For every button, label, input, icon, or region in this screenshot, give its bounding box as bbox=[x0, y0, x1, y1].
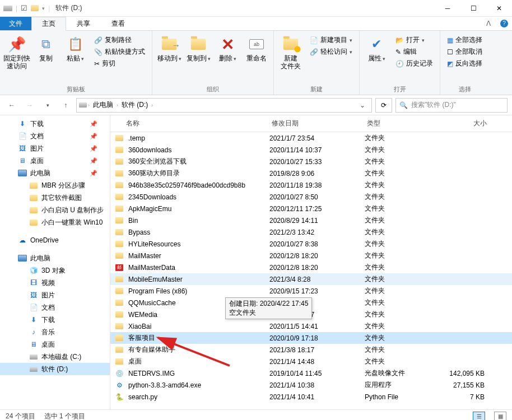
file-rows[interactable]: .temp 2021/1/7 23:54 文件夹 360downloads 20… bbox=[110, 132, 512, 409]
sidebar-item[interactable]: 📄文档 bbox=[0, 301, 110, 314]
table-row[interactable]: .temp 2021/1/7 23:54 文件夹 bbox=[110, 132, 512, 144]
column-date[interactable]: 修改日期 bbox=[267, 118, 362, 129]
tab-share[interactable]: 共享 bbox=[66, 17, 101, 30]
cell-date: 2019/10/14 11:45 bbox=[265, 370, 360, 377]
table-row[interactable]: 360安全浏览器下载 2020/10/27 15:33 文件夹 bbox=[110, 156, 512, 167]
crumb-root[interactable]: 此电脑 bbox=[91, 99, 115, 112]
copy-to-button[interactable]: 复制到 bbox=[185, 33, 212, 62]
select-all-button[interactable]: ▦ 全部选择 bbox=[444, 34, 486, 46]
table-row[interactable]: ⚙ python-3.8.3-amd64.exe 2021/1/4 10:38 … bbox=[110, 379, 512, 391]
new-item-button[interactable]: 📄 新建项目▾ bbox=[306, 34, 356, 46]
sidebar-item[interactable]: ♪音乐 bbox=[0, 326, 110, 338]
close-button[interactable]: ✕ bbox=[486, 0, 512, 16]
column-name[interactable]: 名称 bbox=[122, 118, 267, 129]
table-row[interactable]: Bin 2020/8/29 14:11 文件夹 bbox=[110, 214, 512, 226]
sidebar-item[interactable]: 软件 (D:) bbox=[0, 363, 110, 375]
paste-shortcut-button[interactable]: 📎 粘贴快捷方式 bbox=[91, 46, 148, 58]
file-icon: 邮 bbox=[115, 263, 124, 272]
table-row[interactable]: ApkMagicEmu 2020/12/11 17:25 文件夹 bbox=[110, 203, 512, 214]
table-row[interactable]: 有专自媒体助手 2021/3/8 18:17 文件夹 bbox=[110, 344, 512, 356]
properties-button[interactable]: ✔ 属性 bbox=[363, 33, 390, 62]
sidebar-item[interactable]: ☁OneDrive bbox=[0, 234, 110, 246]
minimize-button[interactable]: ─ bbox=[435, 0, 460, 16]
easy-access-button[interactable]: 🔗 轻松访问▾ bbox=[306, 46, 356, 58]
cell-type: 文件夹 bbox=[360, 251, 422, 260]
table-row[interactable]: 客服项目 2020/10/9 17:18 文件夹 bbox=[110, 332, 512, 344]
up-button[interactable]: ↑ bbox=[58, 98, 73, 113]
forward-button[interactable]: → bbox=[22, 98, 37, 113]
search-input[interactable]: 🔍 搜索"软件 (D:)" bbox=[395, 98, 508, 113]
move-to-button[interactable]: → 移动到 bbox=[156, 33, 183, 62]
cell-date: 2020/11/14 10:37 bbox=[265, 146, 360, 154]
sidebar-item[interactable]: 📄文档📌 bbox=[0, 130, 110, 142]
cell-name: MailMaster bbox=[124, 252, 265, 260]
sidebar-item[interactable]: 🧊3D 对象 bbox=[0, 264, 110, 277]
back-button[interactable]: ← bbox=[4, 98, 19, 113]
crumb-leaf[interactable]: 软件 (D:) bbox=[119, 99, 150, 112]
pin-to-quick-access-button[interactable]: 📌 固定到快 速访问 bbox=[3, 33, 30, 71]
column-size[interactable]: 大小 bbox=[424, 118, 491, 129]
table-row[interactable]: 360驱动大师目录 2019/8/28 9:06 文件夹 bbox=[110, 167, 512, 179]
breadcrumb[interactable]: › 此电脑 › 软件 (D:) › ⌄ bbox=[76, 98, 372, 113]
details-view-button[interactable]: ☰ bbox=[473, 412, 485, 421]
collapse-ribbon-button[interactable]: ᐱ bbox=[481, 17, 496, 30]
select-none-button[interactable]: ☐ 全部取消 bbox=[444, 46, 486, 58]
table-row[interactable]: MailMaster 2020/12/8 18:20 文件夹 bbox=[110, 250, 512, 262]
cell-size: 27,155 KB bbox=[422, 381, 489, 389]
sidebar-item[interactable]: MBR 分区步骤 bbox=[0, 179, 110, 192]
rename-button[interactable]: ab 重命名 bbox=[243, 33, 270, 62]
maximize-button[interactable]: ☐ bbox=[460, 0, 486, 16]
file-menu[interactable]: 文件 bbox=[0, 17, 31, 30]
tab-view[interactable]: 查看 bbox=[101, 17, 136, 30]
cell-date: 2020/12/8 18:20 bbox=[265, 252, 360, 260]
table-row[interactable]: MobileEmuMaster 2021/3/4 8:28 文件夹 bbox=[110, 273, 512, 285]
table-row[interactable]: 💿 NETDRVS.IMG 2019/10/14 11:45 光盘映像文件 14… bbox=[110, 367, 512, 379]
address-bar: ← → ▾ ↑ › 此电脑 › 软件 (D:) › ⌄ ⟳ 🔍 搜索"软件 (D… bbox=[0, 95, 512, 115]
history-button[interactable]: 🕘 历史记录 bbox=[392, 58, 436, 69]
sidebar-label: 小白一键重装 Win10 bbox=[41, 218, 103, 227]
sidebar-item[interactable]: 🖥桌面 bbox=[0, 338, 110, 351]
table-row[interactable]: HYLiteResources 2020/10/27 8:38 文件夹 bbox=[110, 238, 512, 250]
sidebar[interactable]: ⬇下载📌📄文档📌🖼图片📌🖥桌面📌此电脑📌MBR 分区步骤其它软件截图小白启动 U… bbox=[0, 115, 110, 409]
qat-dropdown[interactable]: ▾ bbox=[42, 6, 45, 11]
table-row[interactable]: 2345Downloads 2020/10/27 8:50 文件夹 bbox=[110, 191, 512, 203]
sidebar-item[interactable]: 🖼图片📌 bbox=[0, 142, 110, 155]
tab-home[interactable]: 主页 bbox=[31, 17, 66, 31]
cut-button[interactable]: ✂ 剪切 bbox=[91, 58, 148, 69]
copy-path-button[interactable]: 🔗 复制路径 bbox=[91, 34, 148, 46]
refresh-button[interactable]: ⟳ bbox=[375, 98, 392, 113]
edit-button[interactable]: ✎ 编辑 bbox=[392, 46, 436, 58]
paste-button[interactable]: 📋 粘贴 bbox=[62, 33, 89, 62]
column-type[interactable]: 类型 bbox=[362, 118, 424, 129]
recent-button[interactable]: ▾ bbox=[40, 98, 55, 113]
sidebar-item[interactable]: 🖥桌面📌 bbox=[0, 155, 110, 167]
delete-button[interactable]: ✕ 删除 bbox=[214, 33, 241, 62]
sidebar-item[interactable]: 此电脑 bbox=[0, 252, 110, 264]
sidebar-item[interactable]: 此电脑📌 bbox=[0, 167, 110, 179]
table-row[interactable]: 🐍 search.py 2021/1/4 10:41 Python File 7… bbox=[110, 391, 512, 403]
file-icon bbox=[115, 298, 124, 307]
new-folder-button[interactable]: 新建 文件夹 bbox=[277, 33, 304, 71]
table-row[interactable]: 946b38e35c0259746f9bade00dcd9b8b 2020/11… bbox=[110, 179, 512, 191]
table-row[interactable]: Program Files (x86) 2020/9/15 17:23 文件夹 bbox=[110, 285, 512, 297]
table-row[interactable]: 360downloads 2020/11/14 10:37 文件夹 bbox=[110, 144, 512, 156]
table-row[interactable]: 桌面 2021/1/4 14:48 文件夹 bbox=[110, 356, 512, 367]
copy-button[interactable]: ⧉ 复制 bbox=[32, 33, 59, 62]
table-row[interactable]: Bypass 2021/2/3 13:42 文件夹 bbox=[110, 226, 512, 238]
sidebar-item[interactable]: ⬇下载 bbox=[0, 314, 110, 326]
sidebar-item[interactable]: 本地磁盘 (C:) bbox=[0, 351, 110, 363]
checkbox-icon[interactable]: ☑ bbox=[21, 4, 27, 12]
table-row[interactable]: XiaoBai 2020/11/5 14:41 文件夹 bbox=[110, 320, 512, 332]
address-dropdown[interactable]: ⌄ bbox=[356, 99, 369, 112]
thumbnails-view-button[interactable]: ▦ bbox=[494, 412, 506, 421]
sidebar-item[interactable]: 🎞视频 bbox=[0, 277, 110, 289]
sidebar-item[interactable]: 其它软件截图 bbox=[0, 192, 110, 204]
sidebar-item[interactable]: ⬇下载📌 bbox=[0, 118, 110, 130]
table-row[interactable]: 邮 MailMasterData 2020/12/8 18:20 文件夹 bbox=[110, 262, 512, 273]
sidebar-item[interactable]: 🖼图片 bbox=[0, 289, 110, 301]
sidebar-item[interactable]: 小白一键重装 Win10 bbox=[0, 216, 110, 228]
sidebar-item[interactable]: 小白启动 U 盘制作步 bbox=[0, 204, 110, 216]
help-button[interactable]: ? bbox=[496, 17, 512, 30]
invert-selection-button[interactable]: ◩ 反向选择 bbox=[444, 58, 486, 69]
open-button[interactable]: 📂 打开▾ bbox=[392, 34, 436, 46]
